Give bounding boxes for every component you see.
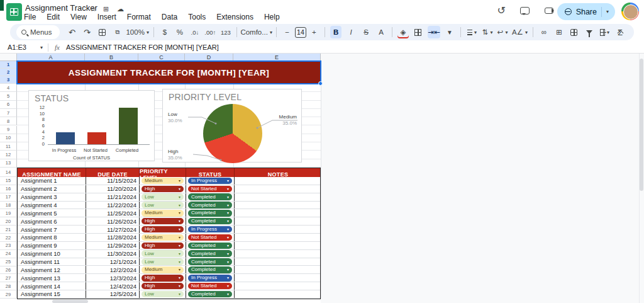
menu-data[interactable]: Data <box>162 13 177 23</box>
row-header-2[interactable]: 2 <box>0 69 17 76</box>
table-views-button[interactable]: ▾ <box>599 26 611 38</box>
status-dropdown[interactable]: Completed▾ <box>188 218 232 225</box>
assignment-name-cell[interactable]: Assignment 14 <box>18 282 86 290</box>
row-header-19[interactable]: 19 <box>0 209 17 217</box>
due-date-cell[interactable]: 11/27/2024 <box>86 226 139 233</box>
assignment-name-cell[interactable]: Assignment 3 <box>18 193 86 201</box>
row-header-5[interactable]: 5 <box>0 92 17 100</box>
merge-cells-button[interactable]: ⇥⇤ <box>428 26 440 38</box>
notes-cell[interactable] <box>234 258 321 266</box>
due-date-cell[interactable]: 11/28/2024 <box>86 234 139 241</box>
notes-cell[interactable] <box>234 290 321 298</box>
insert-link-button[interactable]: ∞ <box>538 26 550 38</box>
row-header-17[interactable]: 17 <box>0 193 17 202</box>
format-percent-button[interactable]: % <box>174 26 186 38</box>
horizontal-scrollbar-thumb[interactable] <box>52 300 88 303</box>
row-header-24[interactable]: 24 <box>0 250 17 258</box>
row-header-16[interactable]: 16 <box>0 185 17 193</box>
status-dropdown[interactable]: Completed▾ <box>188 258 232 265</box>
strikethrough-button[interactable]: S <box>360 26 372 38</box>
due-date-cell[interactable]: 12/1/2024 <box>86 258 139 266</box>
row-header-14[interactable]: 14 <box>0 168 17 177</box>
priority-dropdown[interactable]: Medium▾ <box>142 210 184 217</box>
priority-dropdown[interactable]: Low▾ <box>142 291 184 298</box>
row-header-25[interactable]: 25 <box>0 258 17 266</box>
increase-decimals-button[interactable]: .00↑ <box>204 26 216 38</box>
due-date-cell[interactable]: 11/26/2024 <box>86 217 139 225</box>
assignment-name-cell[interactable]: Assignment 11 <box>18 258 86 266</box>
status-dropdown[interactable]: In Progress▾ <box>188 275 232 282</box>
menu-file[interactable]: File <box>24 13 36 23</box>
notes-cell[interactable] <box>234 226 321 233</box>
notes-cell[interactable] <box>234 274 321 282</box>
user-avatar[interactable] <box>621 3 639 20</box>
row-header-4[interactable]: 4 <box>0 84 17 92</box>
menu-extensions[interactable]: Extensions <box>216 13 253 23</box>
status-dropdown[interactable]: Completed▾ <box>188 210 232 217</box>
italic-button[interactable]: I <box>345 26 357 38</box>
priority-dropdown[interactable]: Medium▾ <box>142 234 184 241</box>
decrease-font-size-button[interactable]: − <box>282 26 293 38</box>
status-dropdown[interactable]: Completed▾ <box>188 266 232 273</box>
status-bar-chart[interactable]: STATUS 024681012 Count of STATUS In Prog… <box>28 90 155 161</box>
row-header-27[interactable]: 27 <box>0 274 17 282</box>
priority-dropdown[interactable]: Medium▾ <box>142 178 184 185</box>
priority-dropdown[interactable]: Low▾ <box>142 250 184 257</box>
horizontal-align-button[interactable]: ▾ <box>466 26 478 38</box>
assignment-name-cell[interactable]: Assignment 1 <box>18 177 86 185</box>
merge-caret-icon[interactable]: ▾ <box>444 26 455 38</box>
formula-input[interactable]: ASSIGNMENT TRACKER FOR [MONTH] [YEAR] <box>66 43 219 51</box>
borders-button[interactable] <box>413 26 424 38</box>
menu-format[interactable]: Format <box>127 13 151 23</box>
name-box-caret-icon[interactable]: ▾ <box>40 45 43 50</box>
undo-button[interactable]: ↶ <box>67 26 78 38</box>
due-date-cell[interactable]: 12/5/2024 <box>86 290 139 298</box>
assignment-name-cell[interactable]: Assignment 7 <box>18 226 86 233</box>
row-header-6[interactable]: 6 <box>0 101 17 109</box>
priority-dropdown[interactable]: High▾ <box>142 283 184 290</box>
status-dropdown[interactable]: Not Started▾ <box>188 186 232 193</box>
text-color-button[interactable]: A <box>375 26 387 38</box>
notes-cell[interactable] <box>234 266 321 273</box>
status-dropdown[interactable]: Completed▾ <box>188 202 232 209</box>
increase-font-size-button[interactable]: + <box>308 26 319 38</box>
notes-cell[interactable] <box>234 202 321 209</box>
due-date-cell[interactable]: 11/30/2024 <box>86 250 139 258</box>
create-filter-button[interactable] <box>584 26 595 38</box>
share-caret-icon[interactable]: ▾ <box>606 9 609 14</box>
status-dropdown[interactable]: In Progress▾ <box>188 178 232 185</box>
column-header-D[interactable]: D <box>185 54 233 61</box>
assignment-name-cell[interactable]: Assignment 6 <box>18 217 86 225</box>
priority-dropdown[interactable]: Medium▾ <box>142 266 184 273</box>
select-all-corner[interactable] <box>0 54 17 61</box>
assignment-name-cell[interactable]: Assignment 15 <box>18 290 86 298</box>
row-header-22[interactable]: 22 <box>0 234 17 242</box>
menu-view[interactable]: View <box>70 13 87 23</box>
column-header-B[interactable]: B <box>85 54 138 61</box>
print-button[interactable] <box>97 26 108 38</box>
row-header-23[interactable]: 23 <box>0 242 17 250</box>
version-history-icon[interactable]: ↺ <box>497 6 506 15</box>
format-currency-button[interactable]: $ <box>159 26 170 38</box>
paint-format-button[interactable]: ⧉ <box>112 26 123 38</box>
fill-color-button[interactable]: ◈ <box>397 26 409 38</box>
row-header-28[interactable]: 28 <box>0 282 17 290</box>
priority-dropdown[interactable]: High▾ <box>142 243 184 249</box>
row-header-13[interactable]: 13 <box>0 159 17 168</box>
assignment-name-cell[interactable]: Assignment 13 <box>18 274 86 282</box>
font-size-input[interactable]: 14 <box>295 27 307 38</box>
decrease-decimals-button[interactable]: .0↓ <box>189 26 201 38</box>
priority-dropdown[interactable]: Low▾ <box>142 202 184 209</box>
menu-insert[interactable]: Insert <box>97 13 116 23</box>
assignment-name-cell[interactable]: Assignment 9 <box>18 242 86 249</box>
document-title[interactable]: Assignment Tracker <box>25 3 97 13</box>
row-header-20[interactable]: 20 <box>0 217 17 226</box>
hide-menus-button[interactable] <box>614 26 626 38</box>
vertical-align-button[interactable]: ⇅ ▾ <box>482 26 493 38</box>
assignment-name-cell[interactable]: Assignment 8 <box>18 234 86 241</box>
row-header-1[interactable]: 1 <box>0 61 17 69</box>
comments-icon[interactable] <box>520 7 530 14</box>
assignment-name-cell[interactable]: Assignment 4 <box>18 202 86 209</box>
due-date-cell[interactable]: 11/20/2024 <box>86 185 139 193</box>
due-date-cell[interactable]: 12/3/2024 <box>86 274 139 282</box>
